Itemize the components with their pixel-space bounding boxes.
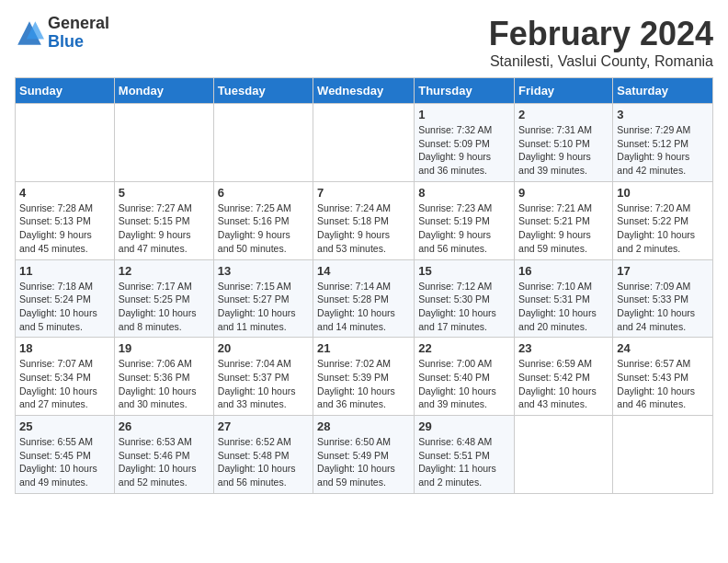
day-cell: 13Sunrise: 7:15 AM Sunset: 5:27 PM Dayli… bbox=[213, 259, 313, 338]
day-number: 16 bbox=[518, 264, 609, 278]
day-number: 19 bbox=[119, 341, 210, 355]
day-number: 8 bbox=[418, 186, 510, 200]
day-info: Sunrise: 7:31 AM Sunset: 5:10 PM Dayligh… bbox=[518, 123, 609, 178]
day-info: Sunrise: 6:53 AM Sunset: 5:46 PM Dayligh… bbox=[119, 435, 210, 489]
day-info: Sunrise: 7:27 AM Sunset: 5:15 PM Dayligh… bbox=[119, 201, 210, 256]
day-number: 1 bbox=[418, 108, 510, 121]
day-cell: 20Sunrise: 7:04 AM Sunset: 5:37 PM Dayli… bbox=[213, 338, 313, 416]
logo-blue: Blue bbox=[48, 33, 109, 52]
day-info: Sunrise: 7:17 AM Sunset: 5:25 PM Dayligh… bbox=[119, 280, 210, 334]
logo-icon bbox=[15, 18, 44, 48]
day-info: Sunrise: 7:12 AM Sunset: 5:30 PM Dayligh… bbox=[418, 280, 510, 334]
day-info: Sunrise: 6:55 AM Sunset: 5:45 PM Dayligh… bbox=[19, 435, 110, 489]
week-row-5: 25Sunrise: 6:55 AM Sunset: 5:45 PM Dayli… bbox=[16, 416, 713, 494]
day-info: Sunrise: 7:24 AM Sunset: 5:18 PM Dayligh… bbox=[317, 201, 410, 256]
logo-text: General Blue bbox=[48, 15, 109, 52]
day-info: Sunrise: 7:23 AM Sunset: 5:19 PM Dayligh… bbox=[418, 201, 510, 256]
day-info: Sunrise: 7:28 AM Sunset: 5:13 PM Dayligh… bbox=[19, 201, 110, 256]
day-info: Sunrise: 7:00 AM Sunset: 5:40 PM Dayligh… bbox=[418, 357, 510, 411]
day-cell: 14Sunrise: 7:14 AM Sunset: 5:28 PM Dayli… bbox=[313, 259, 415, 338]
day-cell: 21Sunrise: 7:02 AM Sunset: 5:39 PM Dayli… bbox=[313, 338, 415, 416]
day-number: 15 bbox=[418, 264, 510, 278]
weekday-sunday: Sunday bbox=[16, 78, 115, 104]
day-info: Sunrise: 7:25 AM Sunset: 5:16 PM Dayligh… bbox=[218, 201, 309, 256]
calendar-body: 1Sunrise: 7:32 AM Sunset: 5:09 PM Daylig… bbox=[16, 104, 713, 494]
day-number: 17 bbox=[617, 264, 709, 278]
day-cell: 22Sunrise: 7:00 AM Sunset: 5:40 PM Dayli… bbox=[415, 338, 515, 416]
day-number: 24 bbox=[617, 341, 709, 355]
day-cell: 27Sunrise: 6:52 AM Sunset: 5:48 PM Dayli… bbox=[213, 416, 313, 494]
day-cell: 1Sunrise: 7:32 AM Sunset: 5:09 PM Daylig… bbox=[415, 104, 515, 182]
logo-general: General bbox=[48, 15, 109, 33]
week-row-1: 1Sunrise: 7:32 AM Sunset: 5:09 PM Daylig… bbox=[16, 104, 713, 182]
day-info: Sunrise: 7:14 AM Sunset: 5:28 PM Dayligh… bbox=[317, 280, 410, 334]
day-cell: 24Sunrise: 6:57 AM Sunset: 5:43 PM Dayli… bbox=[613, 338, 713, 416]
day-cell: 17Sunrise: 7:09 AM Sunset: 5:33 PM Dayli… bbox=[613, 259, 713, 338]
day-number: 3 bbox=[617, 108, 709, 121]
day-cell bbox=[313, 104, 415, 182]
day-number: 23 bbox=[518, 341, 609, 355]
day-info: Sunrise: 7:10 AM Sunset: 5:31 PM Dayligh… bbox=[518, 280, 609, 334]
day-cell bbox=[16, 104, 115, 182]
day-cell bbox=[613, 416, 713, 494]
day-cell bbox=[213, 104, 313, 182]
day-cell: 9Sunrise: 7:21 AM Sunset: 5:21 PM Daylig… bbox=[515, 181, 613, 259]
day-number: 27 bbox=[218, 419, 309, 433]
day-info: Sunrise: 7:06 AM Sunset: 5:36 PM Dayligh… bbox=[119, 357, 210, 411]
title-block: February 2024 Stanilesti, Vaslui County,… bbox=[489, 15, 713, 70]
day-number: 10 bbox=[617, 186, 709, 200]
weekday-wednesday: Wednesday bbox=[313, 78, 415, 104]
day-number: 29 bbox=[418, 419, 510, 433]
weekday-thursday: Thursday bbox=[415, 78, 515, 104]
day-number: 26 bbox=[119, 419, 210, 433]
day-cell bbox=[515, 416, 613, 494]
day-number: 13 bbox=[218, 264, 309, 278]
weekday-header-row: SundayMondayTuesdayWednesdayThursdayFrid… bbox=[16, 78, 713, 104]
weekday-saturday: Saturday bbox=[613, 78, 713, 104]
day-number: 22 bbox=[418, 341, 510, 355]
day-cell: 18Sunrise: 7:07 AM Sunset: 5:34 PM Dayli… bbox=[16, 338, 115, 416]
day-cell: 10Sunrise: 7:20 AM Sunset: 5:22 PM Dayli… bbox=[613, 181, 713, 259]
day-cell bbox=[114, 104, 213, 182]
day-info: Sunrise: 7:29 AM Sunset: 5:12 PM Dayligh… bbox=[617, 123, 709, 178]
day-number: 21 bbox=[317, 341, 410, 355]
weekday-friday: Friday bbox=[515, 78, 613, 104]
day-info: Sunrise: 6:48 AM Sunset: 5:51 PM Dayligh… bbox=[418, 435, 510, 489]
day-cell: 8Sunrise: 7:23 AM Sunset: 5:19 PM Daylig… bbox=[415, 181, 515, 259]
day-number: 14 bbox=[317, 264, 410, 278]
week-row-2: 4Sunrise: 7:28 AM Sunset: 5:13 PM Daylig… bbox=[16, 181, 713, 259]
page-header: General Blue February 2024 Stanilesti, V… bbox=[15, 15, 713, 70]
day-info: Sunrise: 6:50 AM Sunset: 5:49 PM Dayligh… bbox=[317, 435, 410, 489]
day-number: 28 bbox=[317, 419, 410, 433]
day-cell: 28Sunrise: 6:50 AM Sunset: 5:49 PM Dayli… bbox=[313, 416, 415, 494]
week-row-3: 11Sunrise: 7:18 AM Sunset: 5:24 PM Dayli… bbox=[16, 259, 713, 338]
day-number: 4 bbox=[19, 186, 110, 200]
day-number: 20 bbox=[218, 341, 309, 355]
month-year: February 2024 bbox=[489, 15, 713, 53]
day-cell: 2Sunrise: 7:31 AM Sunset: 5:10 PM Daylig… bbox=[515, 104, 613, 182]
day-info: Sunrise: 6:57 AM Sunset: 5:43 PM Dayligh… bbox=[617, 357, 709, 411]
day-info: Sunrise: 6:59 AM Sunset: 5:42 PM Dayligh… bbox=[518, 357, 609, 411]
day-info: Sunrise: 7:15 AM Sunset: 5:27 PM Dayligh… bbox=[218, 280, 309, 334]
weekday-monday: Monday bbox=[114, 78, 213, 104]
day-info: Sunrise: 7:21 AM Sunset: 5:21 PM Dayligh… bbox=[518, 201, 609, 256]
location: Stanilesti, Vaslui County, Romania bbox=[489, 53, 713, 70]
day-number: 18 bbox=[19, 341, 110, 355]
logo: General Blue bbox=[15, 15, 109, 52]
day-cell: 26Sunrise: 6:53 AM Sunset: 5:46 PM Dayli… bbox=[114, 416, 213, 494]
day-cell: 4Sunrise: 7:28 AM Sunset: 5:13 PM Daylig… bbox=[16, 181, 115, 259]
day-number: 2 bbox=[518, 108, 609, 121]
day-info: Sunrise: 6:52 AM Sunset: 5:48 PM Dayligh… bbox=[218, 435, 309, 489]
day-number: 7 bbox=[317, 186, 410, 200]
day-cell: 16Sunrise: 7:10 AM Sunset: 5:31 PM Dayli… bbox=[515, 259, 613, 338]
day-number: 25 bbox=[19, 419, 110, 433]
day-cell: 19Sunrise: 7:06 AM Sunset: 5:36 PM Dayli… bbox=[114, 338, 213, 416]
day-number: 11 bbox=[19, 264, 110, 278]
day-cell: 5Sunrise: 7:27 AM Sunset: 5:15 PM Daylig… bbox=[114, 181, 213, 259]
day-cell: 11Sunrise: 7:18 AM Sunset: 5:24 PM Dayli… bbox=[16, 259, 115, 338]
day-cell: 25Sunrise: 6:55 AM Sunset: 5:45 PM Dayli… bbox=[16, 416, 115, 494]
day-number: 5 bbox=[119, 186, 210, 200]
day-number: 9 bbox=[518, 186, 609, 200]
weekday-tuesday: Tuesday bbox=[213, 78, 313, 104]
day-number: 12 bbox=[119, 264, 210, 278]
